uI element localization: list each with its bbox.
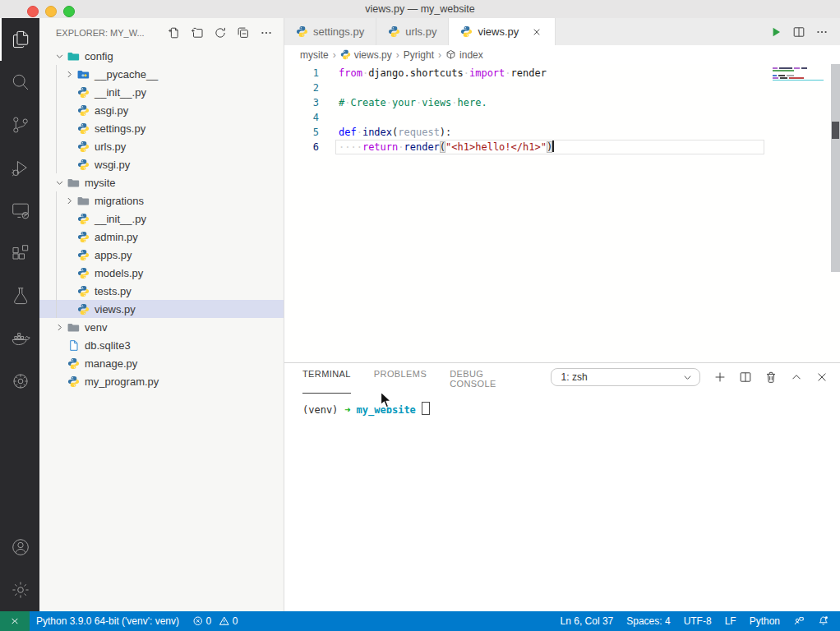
run-python-file-button[interactable] <box>769 25 782 39</box>
line-content: ····return·render("<h1>hello!</h1>") <box>319 140 554 154</box>
scrollbar-thumb[interactable] <box>832 122 839 139</box>
tree-item-manage.py[interactable]: manage.py <box>39 354 284 372</box>
eol-status[interactable]: LF <box>718 611 743 631</box>
tree-item-apps.py[interactable]: apps.py <box>39 246 284 264</box>
close-panel-button[interactable] <box>815 371 828 384</box>
tree-item-tests.py[interactable]: tests.py <box>39 282 284 300</box>
tree-item-config[interactable]: config <box>39 47 284 65</box>
close-tab-icon[interactable] <box>530 25 543 39</box>
tree-item-wsgi.py[interactable]: wsgi.py <box>39 155 284 173</box>
activity-plugin[interactable] <box>0 360 39 403</box>
activity-explorer[interactable] <box>0 18 39 61</box>
panel-tab-debug-console[interactable]: DEBUG CONSOLE <box>450 362 527 394</box>
python-interpreter-status[interactable]: Python 3.9.0 64-bit ('venv': venv) <box>30 611 186 631</box>
split-terminal-button[interactable] <box>739 371 752 384</box>
new-folder-button[interactable] <box>188 24 206 42</box>
new-file-button[interactable] <box>165 24 183 42</box>
indent-spacer <box>53 357 66 370</box>
breadcrumb-index[interactable]: index <box>445 49 483 61</box>
panel-tab-terminal[interactable]: TERMINAL <box>302 362 351 394</box>
problems-status[interactable]: 0 0 <box>186 611 249 631</box>
split-editor-button[interactable] <box>792 25 805 39</box>
tree-item-views.py[interactable]: views.py <box>39 300 284 318</box>
kill-terminal-button[interactable] <box>764 371 778 384</box>
code-line-2[interactable]: 2 <box>284 81 840 95</box>
remote-indicator[interactable] <box>0 611 30 631</box>
tab-urls.py[interactable]: urls.py <box>376 18 449 45</box>
code-line-1[interactable]: 1from·django.shortcuts·import·render <box>284 66 840 81</box>
traffic-lights <box>27 6 75 17</box>
code-editor[interactable]: 1from·django.shortcuts·import·render23#·… <box>284 64 840 362</box>
panel-tab-problems[interactable]: PROBLEMS <box>374 362 427 394</box>
breadcrumb-views.py[interactable]: views.py <box>340 49 392 61</box>
chevron-down-icon <box>53 49 66 62</box>
close-window-button[interactable] <box>27 6 39 17</box>
python-icon <box>460 25 473 38</box>
editor-group: settings.pyurls.pyviews.py mysite›views.… <box>284 18 840 611</box>
tab-views.py[interactable]: views.py <box>449 18 556 45</box>
line-content: def·index(request): <box>319 125 451 140</box>
indent-spacer <box>62 230 76 243</box>
maximize-panel-button[interactable] <box>790 371 803 384</box>
indent-spacer <box>62 212 76 225</box>
tab-label: settings.py <box>313 25 364 38</box>
notifications-status[interactable] <box>811 611 836 631</box>
collapse-folders-button[interactable] <box>234 24 252 42</box>
tree-item-admin.py[interactable]: admin.py <box>39 228 284 246</box>
tree-item-my_program.py[interactable]: my_program.py <box>39 372 284 390</box>
tab-settings.py[interactable]: settings.py <box>284 18 376 45</box>
chevron-right-icon <box>62 67 76 81</box>
activity-docker[interactable] <box>0 317 39 360</box>
activity-accounts[interactable] <box>0 526 39 569</box>
python-icon <box>76 230 90 243</box>
minimap[interactable] <box>773 67 827 81</box>
warning-count: 0 <box>233 615 238 627</box>
tree-item-venv[interactable]: venv <box>39 318 284 336</box>
tree-item-__init__.py[interactable]: __init__.py <box>39 210 284 228</box>
tree-item-urls.py[interactable]: urls.py <box>39 137 284 155</box>
python-icon <box>76 284 90 297</box>
breadcrumb-Pyright[interactable]: Pyright <box>404 49 434 61</box>
tree-item-mysite[interactable]: mysite <box>39 173 284 191</box>
tree-item-__pycache__[interactable]: __pycache__ <box>39 65 284 83</box>
activity-remote-explorer[interactable] <box>0 189 39 232</box>
cursor-position-status[interactable]: Ln 6, Col 37 <box>554 611 621 631</box>
file-label: views.py <box>95 303 136 316</box>
tree-item-migrations[interactable]: migrations <box>39 191 284 210</box>
python-icon <box>76 158 90 171</box>
terminal-content[interactable]: (venv)➜my_website <box>284 391 840 416</box>
code-line-6[interactable]: 6····return·render("<h1>hello!</h1>") <box>284 140 840 154</box>
tree-item-__init__.py[interactable]: __init__.py <box>39 83 284 101</box>
new-terminal-button[interactable] <box>713 371 727 384</box>
zoom-window-button[interactable] <box>63 6 75 17</box>
activity-extensions[interactable] <box>0 232 39 274</box>
encoding-status[interactable]: UTF-8 <box>677 611 718 631</box>
python-icon <box>76 302 90 316</box>
more-editor-actions-button[interactable] <box>815 25 828 39</box>
language-mode-status[interactable]: Python <box>743 611 787 631</box>
activity-source-control[interactable] <box>0 104 39 146</box>
refresh-explorer-button[interactable] <box>211 24 229 42</box>
code-line-3[interactable]: 3#·Create·your·views·here. <box>284 95 840 110</box>
code-line-4[interactable]: 4 <box>284 110 840 125</box>
remote-explorer-icon <box>11 200 30 220</box>
activity-run-debug[interactable] <box>0 146 39 189</box>
indentation-status[interactable]: Spaces: 4 <box>620 611 676 631</box>
chevron-down-icon <box>53 176 66 189</box>
tree-item-settings.py[interactable]: settings.py <box>39 119 284 137</box>
tree-item-asgi.py[interactable]: asgi.py <box>39 101 284 119</box>
tree-item-models.py[interactable]: models.py <box>39 264 284 282</box>
line-number: 1 <box>284 66 319 81</box>
breadcrumb-mysite[interactable]: mysite <box>300 49 329 61</box>
minimize-window-button[interactable] <box>45 6 57 17</box>
tree-item-db.sqlite3[interactable]: db.sqlite3 <box>39 336 284 354</box>
feedback-status[interactable] <box>787 611 811 631</box>
more-actions-button[interactable] <box>257 24 275 42</box>
terminal-selector-dropdown[interactable]: 1: zsh <box>551 368 700 386</box>
chevron-right-icon <box>53 320 66 334</box>
activity-search[interactable] <box>0 61 39 104</box>
code-line-5[interactable]: 5def·index(request): <box>284 125 840 140</box>
activity-settings[interactable] <box>0 569 39 611</box>
activity-testing[interactable] <box>0 274 39 317</box>
editor-scrollbar[interactable] <box>831 64 840 272</box>
